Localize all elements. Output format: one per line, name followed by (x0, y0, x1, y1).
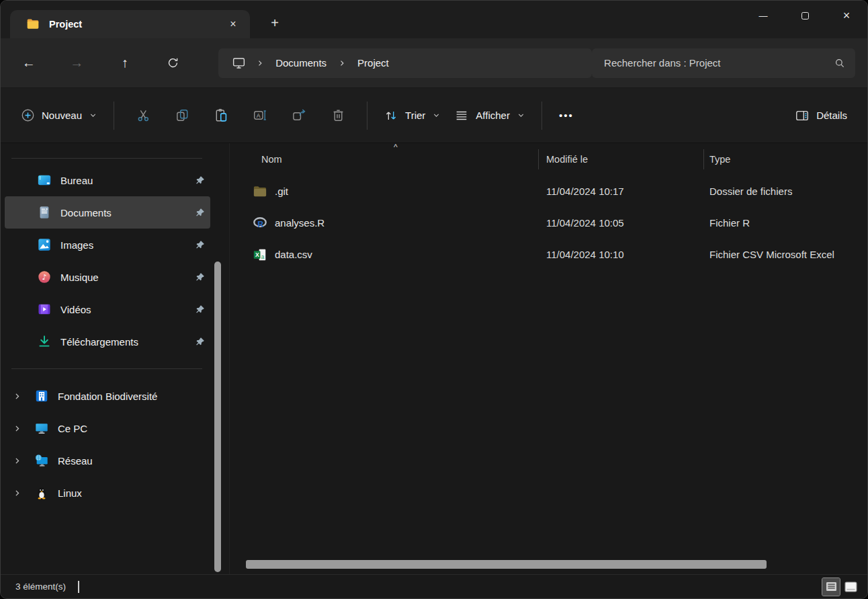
breadcrumb-item-project[interactable]: Project (352, 54, 394, 71)
column-header-nom[interactable]: Nom (230, 154, 538, 165)
window-controls: — × (742, 1, 867, 30)
pin-icon (196, 240, 205, 249)
svg-text:♪: ♪ (42, 273, 47, 282)
details-view-icon (826, 582, 837, 592)
chevron-right-icon (256, 59, 264, 67)
rename-button[interactable]: A (241, 101, 279, 130)
file-row-data-csv[interactable]: aX data.csv 11/04/2024 10:10 Fichier CSV… (230, 239, 867, 270)
sidebar-item-bureau[interactable]: Bureau (5, 164, 210, 196)
breadcrumb-item-documents[interactable]: Documents (270, 54, 332, 71)
file-row-analyses-r[interactable]: R analyses.R 11/04/2024 10:05 Fichier R (230, 207, 867, 239)
tab-title: Project (49, 19, 223, 30)
sort-button[interactable]: Trier (377, 101, 447, 130)
tab-project[interactable]: Project × (10, 10, 250, 38)
chevron-down-icon (89, 111, 97, 120)
maximize-icon (801, 12, 809, 19)
breadcrumb: Documents Project (218, 48, 592, 78)
svg-text:A: A (256, 112, 260, 119)
share-icon (292, 108, 307, 123)
horizontal-scrollbar[interactable] (246, 560, 767, 569)
desktop-icon (37, 173, 52, 188)
status-divider (78, 581, 79, 593)
up-button[interactable]: ↑ (112, 50, 138, 77)
sidebar-item-videos[interactable]: Vidéos (5, 293, 210, 325)
tab-close-icon[interactable]: × (223, 14, 243, 34)
rename-icon: A (253, 108, 268, 123)
sort-button-label: Trier (405, 110, 425, 121)
file-list-pane: ^ Nom Modifié le Type .git 11/04/2024 10… (229, 143, 867, 574)
cut-button[interactable] (124, 101, 163, 130)
explorer-body: Bureau Documents Images (1, 143, 867, 574)
copy-button[interactable] (163, 101, 202, 130)
search-box[interactable] (592, 48, 855, 78)
toolbar-separator (367, 102, 367, 130)
column-header-modifie[interactable]: Modifié le (538, 154, 703, 165)
pin-icon (196, 208, 205, 217)
sidebar-item-label: Documents (60, 207, 112, 218)
sidebar-item-documents[interactable]: Documents (5, 196, 210, 229)
new-button[interactable]: Nouveau (14, 101, 104, 130)
svg-text:a: a (261, 253, 265, 259)
view-list-icon (454, 108, 469, 123)
plus-circle-icon (21, 108, 35, 122)
search-input[interactable] (604, 57, 834, 69)
monitor-icon[interactable] (232, 56, 246, 70)
sidebar-item-label: Vidéos (60, 304, 91, 315)
column-resize-handle[interactable] (538, 149, 539, 169)
sidebar-scrollbar[interactable] (214, 262, 221, 572)
status-bar: 3 élément(s) (1, 574, 867, 598)
sidebar-item-label: Fondation Biodiversité (58, 391, 157, 402)
sidebar-item-reseau[interactable]: Réseau (1, 444, 229, 477)
minimize-button[interactable]: — (742, 1, 784, 30)
sidebar-item-label: Téléchargements (60, 336, 138, 348)
paste-button[interactable] (202, 101, 241, 130)
more-options-button[interactable]: ••• (552, 101, 581, 130)
sidebar: Bureau Documents Images (1, 143, 229, 574)
sidebar-item-musique[interactable]: ♪ Musique (5, 261, 210, 293)
sidebar-item-label: Musique (60, 272, 99, 283)
sidebar-item-telechargements[interactable]: Téléchargements (5, 325, 210, 358)
cut-icon (136, 108, 151, 123)
file-row-git[interactable]: .git 11/04/2024 10:17 Dossier de fichier… (230, 175, 867, 207)
view-button-label: Afficher (476, 110, 510, 121)
sidebar-divider (11, 368, 202, 369)
details-view-button[interactable] (822, 578, 840, 596)
column-resize-handle[interactable] (703, 149, 704, 169)
back-button[interactable]: ← (15, 50, 42, 77)
pin-icon (196, 337, 205, 346)
view-button[interactable]: Afficher (447, 101, 532, 130)
file-type: Fichier CSV Microsoft Excel (703, 249, 867, 260)
maximize-button[interactable] (784, 1, 826, 30)
chevron-right-icon (338, 59, 346, 67)
file-type: Fichier R (703, 217, 867, 229)
details-pane-label: Détails (816, 110, 847, 121)
sidebar-item-linux[interactable]: Linux (1, 477, 229, 509)
chevron-right-icon[interactable] (13, 424, 29, 433)
thumbnails-view-button[interactable] (842, 578, 859, 596)
chevron-right-icon[interactable] (13, 392, 29, 401)
sidebar-item-label: Bureau (60, 175, 93, 186)
close-button[interactable]: × (826, 1, 867, 30)
details-pane-button[interactable]: Détails (788, 101, 854, 130)
refresh-button[interactable] (160, 50, 187, 77)
file-modified: 11/04/2024 10:05 (538, 217, 703, 229)
music-icon: ♪ (37, 270, 52, 284)
chevron-right-icon[interactable] (13, 489, 29, 497)
search-icon[interactable] (834, 57, 846, 69)
sidebar-item-ce-pc[interactable]: Ce PC (1, 412, 229, 444)
chevron-right-icon[interactable] (13, 456, 29, 465)
delete-button[interactable] (318, 101, 357, 130)
sidebar-item-fondation-biodiversite[interactable]: Fondation Biodiversité (1, 380, 229, 412)
hidden-folder-icon (253, 184, 267, 199)
share-button[interactable] (279, 101, 318, 130)
forward-button[interactable]: → (64, 50, 91, 77)
this-pc-icon (34, 421, 49, 436)
new-tab-button[interactable]: + (263, 12, 287, 34)
sidebar-item-label: Images (60, 239, 93, 251)
file-name: .git (275, 186, 288, 197)
paste-icon (214, 108, 229, 123)
videos-icon (37, 302, 52, 317)
column-header-type[interactable]: Type (703, 154, 867, 165)
sidebar-item-images[interactable]: Images (5, 229, 210, 261)
sidebar-divider (11, 158, 202, 159)
